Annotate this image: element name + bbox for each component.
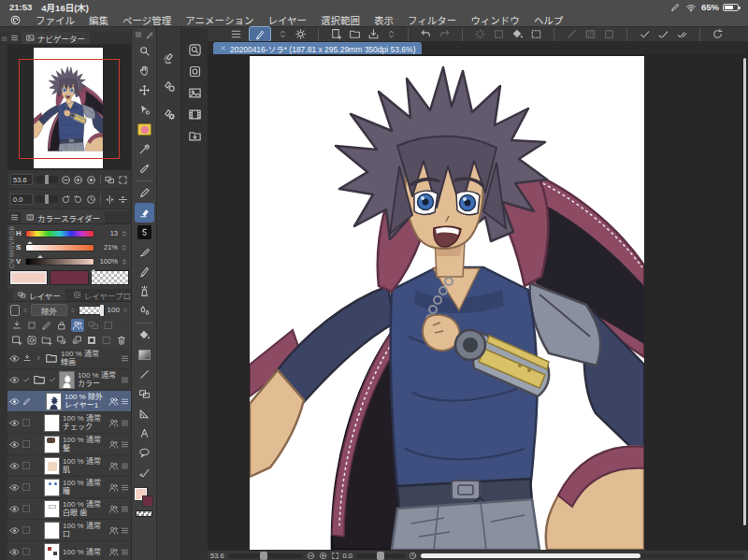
layer-visibility-icon[interactable] [9,418,20,428]
draft-layer-icon[interactable] [41,320,52,331]
document-tab[interactable]: 20200416-ソラ* (187.81 x 295.29mm 350dpi 5… [213,42,422,54]
gradient-icon[interactable] [584,28,597,40]
layer-row-lineart[interactable]: 100 % 通常 線画 [7,348,131,369]
rotate-left-icon[interactable] [61,194,71,205]
tab-navigator[interactable]: ナビゲーター [22,32,90,44]
menu-filter[interactable]: フィルター [408,13,456,27]
tab-layers[interactable]: レイヤー [13,289,65,301]
drag-handle-icon[interactable] [121,548,129,556]
fit-to-window-icon[interactable] [118,175,128,185]
horizontal-scrollbar[interactable] [421,553,745,558]
lock-layer-icon[interactable] [56,320,67,331]
layer-row-clipped[interactable]: 100 % 通常 [7,541,131,560]
layer-checkbox[interactable] [22,526,30,534]
folder-collapsed-chevron-icon[interactable] [35,354,42,362]
tool-pen[interactable] [132,183,156,203]
menu-window[interactable]: ウィンドウ [470,13,520,27]
zoom-100-icon[interactable] [86,175,96,185]
layer-thumbnail[interactable] [44,457,60,475]
layer-row-layer1-selected[interactable]: 100 % 除外 レイヤー1 [7,391,131,412]
canvas-rotation-slider[interactable] [356,553,405,558]
layer-thumbnail[interactable] [44,522,60,539]
layer-thumbnail[interactable] [44,543,60,560]
thumbnail-stepper-icon[interactable] [22,307,28,314]
flip-vertical-icon[interactable] [118,194,128,205]
layer-visibility-icon[interactable] [9,375,20,385]
fit-to-screen-icon[interactable] [105,175,115,185]
layer-checkbox[interactable] [22,440,30,448]
current-tool-button[interactable] [249,26,271,42]
navigator-preview[interactable] [7,45,131,170]
opacity-stepper-icon[interactable] [122,307,128,314]
tool-palette-menu-icon[interactable] [135,31,142,38]
close-document-icon[interactable] [220,45,226,51]
snap-ruler-icon[interactable] [639,28,651,40]
clip-studio-logo[interactable] [9,14,22,26]
reference-image-icon[interactable] [188,86,202,100]
tool-gradient[interactable] [132,345,156,365]
open-file-icon[interactable] [349,28,361,40]
timeline-film-icon[interactable] [188,108,202,122]
navigator-rotation-value[interactable]: 0.0 [10,194,33,205]
tool-stepper-icon[interactable] [278,29,288,39]
tool-zoom[interactable] [132,41,156,61]
subtool-eraser-settings-icon[interactable] [162,107,176,121]
drag-handle-icon[interactable] [121,354,129,363]
layer-visibility-icon[interactable] [9,525,20,536]
tool-color-swatches[interactable] [135,488,153,507]
layer-checkbox[interactable] [22,419,30,426]
tab-color-slider[interactable]: カラースライダー [22,211,105,223]
canvas-fit-icon[interactable] [331,552,339,560]
tool-auto-select[interactable] [132,139,156,159]
rotate-right-icon[interactable] [73,194,83,205]
blend-stepper-icon[interactable] [70,307,76,314]
tab-layer-property[interactable]: レイヤープロパティ [68,289,131,301]
navigator-zoom-value[interactable]: 53.6 [10,174,33,185]
layer-checkbox[interactable] [22,505,30,512]
tool-figure[interactable] [132,365,156,384]
menu-edit[interactable]: 編集 [89,13,108,27]
mode-cmy[interactable]: CMY [7,254,16,268]
snap-grid-icon[interactable] [676,28,688,40]
tool-object[interactable] [132,100,156,120]
layer-thumbnail[interactable] [59,371,75,389]
tool-correct-line[interactable] [132,463,156,482]
menu-selection[interactable]: 選択範囲 [321,13,360,27]
blend-mode-dropdown[interactable]: 除外 [31,304,66,316]
canvas-reset-rotation-icon[interactable] [409,552,417,560]
command-menu-icon[interactable] [230,28,242,40]
horizontal-scrollbar-thumb[interactable] [421,553,640,558]
navigator-zoom-slider[interactable] [36,176,58,183]
merge-to-layer-below-icon[interactable] [71,335,82,346]
layer-checkbox[interactable] [22,548,30,555]
new-raster-layer-icon[interactable] [11,335,22,346]
zoom-out-icon[interactable] [61,175,71,185]
save-options-icon[interactable] [386,29,396,39]
value-value[interactable]: 100% [97,257,118,266]
lock-transparent-pixels-icon[interactable] [26,320,37,331]
layer-visibility-icon[interactable] [9,504,20,514]
tool-decoration[interactable] [132,301,156,321]
drag-handle-icon[interactable] [121,505,129,513]
canvas-pasteboard[interactable] [208,54,748,550]
tool-marker[interactable] [132,262,156,281]
layer-visibility-icon[interactable] [9,461,20,471]
layer-thumbnail[interactable] [44,436,60,453]
apply-mask-icon[interactable] [101,335,112,346]
layer-row-color-folder[interactable]: 100 % 通常 カラー [7,369,131,391]
new-folder-icon[interactable] [41,335,52,346]
subtool-detail-magnifier-icon[interactable] [188,43,202,57]
layer-checkbox[interactable] [22,462,30,469]
layer-thumbnail[interactable] [44,500,60,518]
tool-airbrush[interactable] [132,281,156,301]
hue-stepper-icon[interactable] [121,230,128,237]
main-color-swatch[interactable] [9,270,48,285]
canvas-zoom-out-icon[interactable] [307,552,315,560]
tool-balloon[interactable] [132,443,156,463]
transparent-color-swatch[interactable] [91,270,129,285]
brush-size-icon[interactable] [188,65,202,79]
new-document-icon[interactable] [330,28,342,40]
layer-row-skin[interactable]: 100 % 通常 肌 [7,455,131,477]
clip-to-layer-below-icon[interactable] [11,320,22,331]
sub-color-chip[interactable] [142,495,153,507]
